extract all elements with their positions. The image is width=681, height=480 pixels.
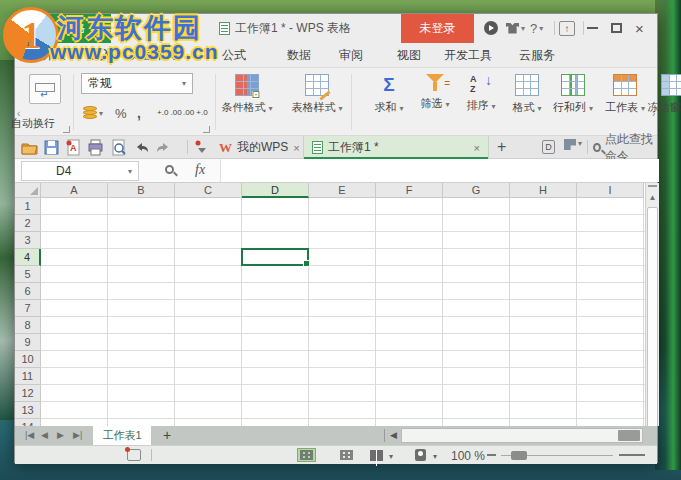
chevron-down-icon[interactable]: ▾: [433, 452, 437, 461]
page-break-view-button[interactable]: [337, 448, 356, 462]
menu-tab-3[interactable]: 页面布局: [126, 43, 180, 68]
freeze-button[interactable]: 冻结窗格 ▾: [643, 74, 681, 115]
row-header-11[interactable]: 11: [15, 368, 41, 385]
comma-style-button[interactable]: ,: [137, 102, 141, 124]
rows-columns-button[interactable]: 行和列 ▾: [543, 74, 603, 115]
menu-tab-2[interactable]: 插入: [85, 43, 115, 68]
row-header-3[interactable]: 3: [15, 232, 41, 249]
menu-tab-1[interactable]: 开始: [39, 43, 69, 68]
select-all-corner[interactable]: [15, 183, 41, 198]
print-icon[interactable]: [87, 139, 104, 156]
collapse-ribbon-icon[interactable]: ↑: [559, 19, 575, 37]
sheet-nav-prev-icon[interactable]: ◀: [41, 426, 48, 445]
sheet-nav-first-icon[interactable]: |◀: [25, 426, 34, 445]
column-header-I[interactable]: I: [577, 183, 644, 198]
column-header-H[interactable]: H: [510, 183, 577, 198]
row-header-9[interactable]: 9: [15, 334, 41, 351]
increase-decimal-button[interactable]: +.0 .00: [157, 102, 182, 124]
scroll-up-icon[interactable]: ▲: [646, 191, 659, 205]
macro-record-icon[interactable]: [127, 449, 141, 461]
wps-promote-icon[interactable]: [484, 19, 498, 37]
column-header-E[interactable]: E: [309, 183, 376, 198]
zoom-slider-thumb[interactable]: [511, 451, 527, 460]
add-sheet-button[interactable]: +: [159, 426, 175, 445]
menu-tab-9[interactable]: 云服务: [516, 43, 558, 68]
sheet-nav-last-icon[interactable]: ▶|: [73, 426, 82, 445]
selected-cell-outline[interactable]: [241, 248, 309, 266]
row-header-12[interactable]: 12: [15, 385, 41, 402]
close-tab-icon[interactable]: ×: [474, 142, 480, 154]
row-header-5[interactable]: 5: [15, 266, 41, 283]
row-header-14[interactable]: 14: [15, 419, 41, 426]
menu-tab-8[interactable]: 开发工具: [441, 43, 495, 68]
column-header-B[interactable]: B: [108, 183, 175, 198]
row-header-6[interactable]: 6: [15, 283, 41, 300]
column-header-F[interactable]: F: [376, 183, 443, 198]
wrap-text-icon[interactable]: [29, 74, 61, 104]
column-header-G[interactable]: G: [443, 183, 510, 198]
save-icon[interactable]: [43, 139, 60, 156]
row-header-1[interactable]: 1: [15, 198, 41, 215]
currency-style-button[interactable]: ▾: [83, 102, 103, 124]
number-format-select[interactable]: 常规 ▾: [81, 73, 193, 94]
magnifier-icon[interactable]: [165, 165, 174, 174]
print-preview-icon[interactable]: [110, 139, 127, 156]
decrease-decimal-button[interactable]: .00 +.0: [183, 102, 208, 124]
help-icon[interactable]: ?▾: [530, 19, 543, 37]
percent-style-button[interactable]: %: [115, 102, 127, 124]
vertical-scrollbar[interactable]: ▲: [645, 183, 659, 426]
zoom-out-button[interactable]: [487, 454, 496, 456]
scroll-left-icon[interactable]: ◀: [390, 426, 397, 445]
reading-mode-button[interactable]: [367, 448, 386, 462]
ribbon-scroll-right-icon[interactable]: ›: [652, 108, 655, 119]
redo-icon[interactable]: [155, 139, 172, 156]
column-header-A[interactable]: A: [41, 183, 108, 198]
cell-area[interactable]: [41, 198, 645, 426]
table-style-button[interactable]: 表格样式 ▾: [287, 74, 347, 115]
menu-tab-7[interactable]: 视图: [394, 43, 424, 68]
vertical-scrollbar-thumb[interactable]: [647, 207, 658, 426]
close-tab-icon[interactable]: ×: [293, 142, 299, 154]
zoom-in-button[interactable]: [619, 454, 645, 456]
login-button[interactable]: 未登录: [401, 14, 474, 43]
column-header-C[interactable]: C: [175, 183, 242, 198]
split-handle[interactable]: [648, 185, 657, 189]
menu-tab-6[interactable]: 审阅: [336, 43, 366, 68]
normal-view-button[interactable]: [297, 448, 316, 462]
formula-input[interactable]: [220, 159, 659, 182]
number-dialog-launcher-icon[interactable]: [203, 126, 210, 133]
eye-protection-mode-button[interactable]: [411, 448, 430, 462]
tab-my-wps[interactable]: W 我的WPS ×: [211, 136, 308, 159]
flag-icon[interactable]: ▾: [564, 139, 582, 150]
undo-icon[interactable]: [133, 139, 150, 156]
menu-tab-4[interactable]: 公式: [219, 43, 249, 68]
row-header-7[interactable]: 7: [15, 300, 41, 317]
tab-workbook1[interactable]: 工作簿1 * ×: [303, 136, 489, 159]
cell-reference-box[interactable]: D4 ▾: [21, 161, 139, 181]
row-header-8[interactable]: 8: [15, 317, 41, 334]
horizontal-scrollbar[interactable]: [401, 428, 643, 443]
chevron-down-icon[interactable]: ▾: [389, 452, 393, 461]
wps-app-menu-button[interactable]: WPS 表格 ▾: [15, 14, 111, 43]
conditional-format-button[interactable]: 条件格式 ▾: [217, 74, 277, 115]
wrap-text-button[interactable]: 自动换行: [11, 116, 55, 131]
customize-qat-icon[interactable]: [193, 139, 210, 156]
row-header-4[interactable]: 4: [15, 249, 41, 266]
skin-icon[interactable]: ▾: [506, 19, 525, 37]
row-header-10[interactable]: 10: [15, 351, 41, 368]
maximize-button[interactable]: [611, 19, 631, 37]
minimize-button[interactable]: [587, 19, 607, 37]
open-folder-icon[interactable]: [21, 139, 38, 156]
new-tab-button[interactable]: +: [497, 138, 506, 156]
insert-function-button[interactable]: fx: [195, 162, 205, 178]
alignment-dialog-launcher-icon[interactable]: [63, 126, 70, 133]
menu-tab-5[interactable]: 数据: [284, 43, 314, 68]
close-button[interactable]: ×: [635, 19, 655, 37]
sheet-tab-worksheet1[interactable]: 工作表1: [93, 426, 151, 445]
column-header-D[interactable]: D: [242, 183, 309, 198]
find-command-input[interactable]: 点此查找命令: [593, 136, 657, 159]
row-header-2[interactable]: 2: [15, 215, 41, 232]
zoom-slider[interactable]: [501, 455, 613, 456]
row-header-13[interactable]: 13: [15, 402, 41, 419]
sheet-nav-next-icon[interactable]: ▶: [57, 426, 64, 445]
